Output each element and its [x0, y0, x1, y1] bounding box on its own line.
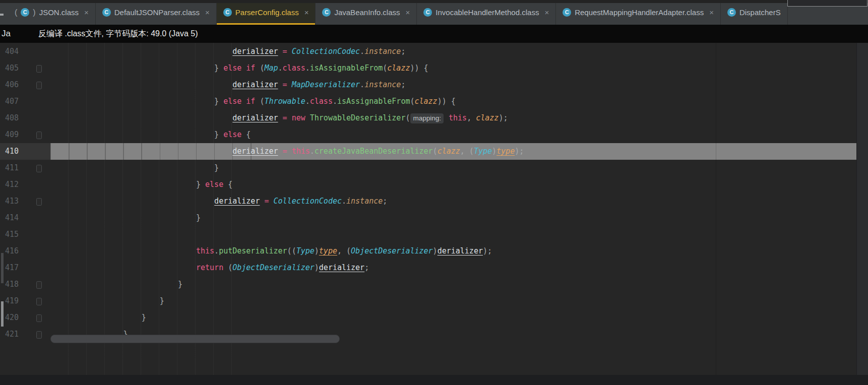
tab-label: RequestMappingHandlerAdapter.class — [575, 8, 704, 17]
code-line[interactable]: 417 return (ObjectDeserializer)derialize… — [0, 260, 857, 276]
code-token: derializer — [319, 263, 364, 272]
code-line[interactable]: 412 } else { — [0, 176, 857, 193]
code-token: clazz — [414, 97, 437, 106]
line-number[interactable]: 406 — [5, 77, 19, 93]
line-number[interactable]: 416 — [5, 243, 19, 260]
code-line[interactable]: 407 } else if (Throwable.class.isAssigna… — [0, 93, 857, 110]
code-line[interactable]: 413 derializer = CollectionCodec.instanc… — [0, 193, 857, 210]
tab-close-icon[interactable]: × — [544, 8, 549, 17]
line-number[interactable]: 418 — [5, 276, 19, 293]
code-token: type — [497, 147, 515, 156]
code-line[interactable]: 406 derializer = MapDeserializer.instanc… — [0, 77, 857, 93]
code-token: } — [214, 97, 223, 106]
vertical-scrollbar-track[interactable] — [856, 43, 868, 385]
editor-tab[interactable]: CDispatcherS — [721, 0, 788, 25]
tab-label: DefaultJSONParser.class — [114, 8, 200, 17]
line-number[interactable]: 413 — [5, 193, 19, 210]
line-number[interactable]: 421 — [5, 326, 19, 343]
code-token: Map — [264, 63, 278, 73]
code-token: } — [142, 313, 146, 322]
code-token: ( — [255, 97, 264, 106]
line-number[interactable]: 414 — [5, 210, 19, 226]
line-number[interactable]: 405 — [5, 60, 19, 77]
line-number[interactable]: 407 — [5, 93, 19, 110]
line-number[interactable]: 412 — [5, 176, 19, 193]
code-token — [305, 113, 310, 122]
code-text: return (ObjectDeserializer)derializer; — [50, 260, 857, 276]
editor-tab[interactable]: (C)JSON.class× — [8, 0, 96, 25]
code-line[interactable]: 405 } else if (Map.class.isAssignableFro… — [0, 60, 857, 77]
code-token: ) — [492, 147, 497, 156]
code-token — [50, 313, 142, 322]
code-token: this — [449, 113, 467, 122]
code-text: } — [50, 210, 857, 226]
code-token: clazz — [387, 63, 410, 73]
code-line[interactable]: 404 derializer = CollectionCodec.instanc… — [0, 43, 857, 60]
gutter-cell: 412 — [0, 176, 50, 193]
code-token: instance — [346, 197, 383, 206]
line-number[interactable]: 419 — [5, 293, 19, 309]
code-text: } — [50, 309, 857, 326]
code-line[interactable]: 416 this.putDeserializer((Type)type, (Ob… — [0, 243, 857, 260]
code-line[interactable]: 409 } else { — [0, 126, 857, 143]
editor-tab[interactable]: CJavaBeanInfo.class× — [316, 0, 417, 25]
code-token — [50, 180, 196, 189]
tab-close-icon[interactable]: × — [84, 8, 89, 17]
code-line[interactable]: 414 } — [0, 210, 857, 226]
line-number[interactable]: 415 — [5, 226, 19, 243]
code-line[interactable]: 418 } — [0, 276, 857, 293]
code-token: ( — [223, 263, 232, 272]
code-token: isAssignableFrom — [337, 97, 410, 106]
editor-tab[interactable]: CInvocableHandlerMethod.class× — [417, 0, 556, 25]
line-number[interactable]: 411 — [5, 160, 19, 176]
code-line[interactable]: 420 } — [0, 309, 857, 326]
decompiled-paren-open: ( — [15, 8, 17, 17]
code-token — [278, 47, 283, 56]
horizontal-scrollbar[interactable] — [50, 335, 340, 343]
line-number[interactable]: 410 — [5, 143, 19, 160]
code-token: ); — [483, 246, 492, 255]
code-token — [50, 97, 214, 106]
code-token: clazz — [476, 113, 499, 122]
code-line[interactable]: 411 } — [0, 160, 857, 176]
code-line[interactable]: 415 — [0, 226, 857, 243]
tab-bar: (C)JSON.class×CDefaultJSONParser.class×C… — [0, 0, 868, 25]
code-token — [50, 163, 214, 172]
code-token — [287, 80, 292, 89]
line-number[interactable]: 420 — [5, 309, 19, 326]
code-token — [444, 113, 449, 122]
code-token: } — [196, 180, 205, 189]
tab-close-icon[interactable]: × — [406, 8, 410, 17]
code-token: )) { — [410, 63, 428, 73]
code-line[interactable]: 410 derializer = this.createJavaBeanDese… — [0, 143, 857, 160]
editor-tab[interactable]: CRequestMappingHandlerAdapter.class× — [556, 0, 721, 25]
code-token: class — [310, 97, 333, 106]
code-token: . — [310, 147, 315, 156]
code-line[interactable]: 408 derializer = new ThrowableDeserializ… — [0, 110, 857, 126]
gutter-cell: 410 — [0, 143, 50, 160]
parameter-hint: mapping: — [410, 113, 444, 123]
code-token: ( — [433, 147, 438, 156]
tab-close-icon[interactable]: × — [205, 8, 210, 17]
line-number[interactable]: 404 — [5, 43, 19, 60]
code-token: ) — [433, 246, 438, 255]
line-number[interactable]: 417 — [5, 260, 19, 276]
tab-label: DispatcherS — [739, 8, 781, 17]
tab-close-icon[interactable]: × — [304, 8, 309, 17]
code-token: . — [305, 63, 310, 73]
editor-tab[interactable]: CDefaultJSONParser.class× — [96, 0, 217, 25]
code-line[interactable]: 419 } — [0, 293, 857, 309]
code-token: )) { — [438, 97, 456, 106]
code-token: else — [205, 180, 223, 189]
code-text: derializer = CollectionCodec.instance; — [50, 193, 857, 210]
tab-close-icon[interactable]: × — [709, 8, 714, 17]
code-token: ObjectDeserializer — [351, 246, 433, 255]
class-icon: C — [423, 8, 432, 17]
line-number[interactable]: 409 — [5, 126, 19, 143]
editor-tab[interactable]: CParserConfig.class× — [217, 0, 316, 25]
line-number[interactable]: 408 — [5, 110, 19, 126]
class-icon: C — [727, 8, 736, 17]
code-token: ) — [315, 263, 319, 272]
code-token: . — [360, 80, 364, 89]
gutter-cell: 419 — [0, 293, 50, 309]
